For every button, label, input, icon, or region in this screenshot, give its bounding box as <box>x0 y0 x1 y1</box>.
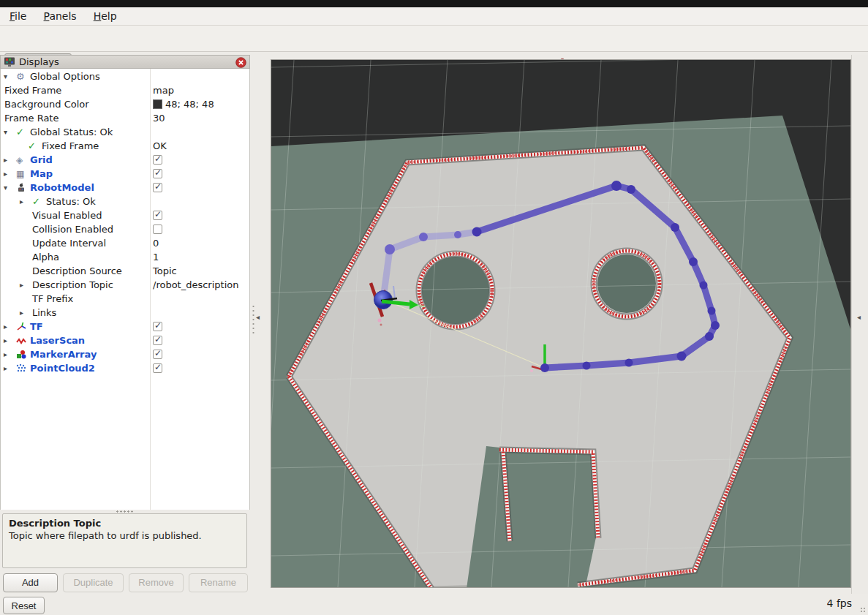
expander-open-icon[interactable]: ▾ <box>4 128 16 136</box>
tree-row-grid[interactable]: ▸ ◈ Grid <box>0 153 249 167</box>
update-interval-value[interactable]: 0 <box>153 238 159 249</box>
status-fixed-frame-value: OK <box>153 140 167 151</box>
laserscan-enabled-checkbox[interactable] <box>153 336 162 345</box>
markerarray-enabled-checkbox[interactable] <box>153 350 162 359</box>
color-swatch <box>153 99 162 109</box>
tree-row-global-options[interactable]: ▾ ⚙ Global Options <box>0 69 249 83</box>
expander-open-icon[interactable]: ▾ <box>4 72 16 80</box>
robot-icon <box>16 183 30 193</box>
status-ok-icon: ✓ <box>28 140 42 151</box>
tree-row-pointcloud2[interactable]: ▸ PointCloud2 <box>0 361 249 375</box>
tree-row-robot-status[interactable]: ▸ ✓ Status: Ok <box>0 195 249 208</box>
tree-row-description-topic[interactable]: ▸ Description Topic /robot_description <box>0 278 249 292</box>
grid-icon: ◈ <box>16 155 30 165</box>
help-title: Description Topic <box>9 518 241 529</box>
rename-button[interactable]: Rename <box>189 573 248 592</box>
right-splitter[interactable] <box>851 55 868 594</box>
laserscan-icon <box>16 336 30 345</box>
map-hole-right <box>597 254 656 313</box>
tree-row-frame-rate[interactable]: Frame Rate 30 <box>0 111 249 125</box>
resize-grip[interactable] <box>860 607 866 613</box>
tree-row-robotmodel[interactable]: ▾ RobotModel <box>0 181 249 195</box>
tree-row-map[interactable]: ▸ ▦ Map <box>0 167 249 181</box>
tree-row-tf-prefix[interactable]: TF Prefix <box>0 292 249 306</box>
tree-row-status-fixed-frame[interactable]: ✓ Fixed Frame OK <box>0 139 249 153</box>
collision-enabled-checkbox[interactable] <box>153 225 162 234</box>
window-title-strip <box>0 0 868 7</box>
expander-open-icon[interactable]: ▾ <box>4 184 16 192</box>
menu-file[interactable]: File <box>3 9 33 23</box>
remove-button[interactable]: Remove <box>129 573 184 592</box>
tree-row-visual-enabled[interactable]: Visual Enabled <box>0 208 249 222</box>
tf-enabled-checkbox[interactable] <box>153 322 162 331</box>
expander-closed-icon[interactable]: ▸ <box>4 336 16 344</box>
add-button[interactable]: Add <box>3 573 58 592</box>
tree-row-fixed-frame[interactable]: Fixed Frame map <box>0 83 249 97</box>
expander-closed-icon[interactable]: ▸ <box>20 281 32 289</box>
description-source-value[interactable]: Topic <box>153 265 177 276</box>
tree-row-tf[interactable]: ▸ TF <box>0 320 249 333</box>
rviz-window: { "menu": { "items": [ {"label":"File"},… <box>0 0 868 615</box>
3d-viewport[interactable] <box>271 60 850 587</box>
displays-panel-title: Displays <box>19 56 59 67</box>
tree-row-global-status[interactable]: ▾ ✓ Global Status: Ok <box>0 125 249 139</box>
menubar: File Panels Help <box>0 7 868 26</box>
tree-row-collision-enabled[interactable]: Collision Enabled <box>0 222 249 236</box>
tree-row-description-source[interactable]: Description Source Topic <box>0 264 249 278</box>
fps-counter: 4 fps <box>801 597 852 609</box>
fixed-frame-value[interactable]: map <box>153 85 174 96</box>
help-text: Topic where filepath to urdf is publishe… <box>9 530 241 541</box>
pointcloud-icon <box>16 363 30 373</box>
tree-row-background-color[interactable]: Background Color 48; 48; 48 <box>0 97 249 111</box>
background-color-value[interactable]: 48; 48; 48 <box>153 99 214 110</box>
property-help-box: Description Topic Topic where filepath t… <box>2 513 247 568</box>
panel-splitter-handle[interactable] <box>116 510 135 513</box>
tree-row-links[interactable]: ▸ Links <box>0 306 249 320</box>
markerarray-icon <box>16 350 30 360</box>
frame-rate-value[interactable]: 30 <box>153 113 165 124</box>
gear-icon: ⚙ <box>16 71 30 82</box>
expander-closed-icon[interactable]: ▸ <box>4 322 16 331</box>
tree-row-laserscan[interactable]: ▸ LaserScan <box>0 333 249 347</box>
expander-closed-icon[interactable]: ▸ <box>4 156 16 164</box>
menu-help[interactable]: Help <box>87 9 124 23</box>
grid-enabled-checkbox[interactable] <box>153 155 162 165</box>
reset-button[interactable]: Reset <box>3 597 45 614</box>
map-icon: ▦ <box>16 169 30 179</box>
alpha-value[interactable]: 1 <box>153 252 159 263</box>
pointcloud2-enabled-checkbox[interactable] <box>153 363 162 373</box>
robotmodel-enabled-checkbox[interactable] <box>153 183 162 192</box>
expander-closed-icon[interactable]: ▸ <box>20 309 32 317</box>
tf-icon <box>16 322 30 331</box>
visual-enabled-checkbox[interactable] <box>153 211 162 220</box>
tree-row-update-interval[interactable]: Update Interval 0 <box>0 236 249 250</box>
expander-closed-icon[interactable]: ▸ <box>4 350 16 358</box>
duplicate-button[interactable]: Duplicate <box>63 573 124 592</box>
status-ok-icon: ✓ <box>32 196 46 207</box>
laser-shadow-area <box>467 446 596 587</box>
expander-closed-icon[interactable]: ▸ <box>4 170 16 178</box>
expander-closed-icon[interactable]: ▸ <box>20 197 32 205</box>
collapse-left-icon[interactable]: ◂ <box>256 313 260 321</box>
map-enabled-checkbox[interactable] <box>153 169 162 178</box>
expander-closed-icon[interactable]: ▸ <box>4 364 16 372</box>
displays-icon <box>4 56 15 68</box>
menu-panels[interactable]: Panels <box>37 9 83 23</box>
toolbar: ☝ Interact Move Camera Select Focus Came… <box>0 26 868 52</box>
tree-row-markerarray[interactable]: ▸ MarkerArray <box>0 347 249 361</box>
displays-panel-header[interactable]: Displays <box>0 55 250 69</box>
tree-row-alpha[interactable]: Alpha 1 <box>0 250 249 264</box>
description-topic-value[interactable]: /robot_description <box>153 279 238 290</box>
status-ok-icon: ✓ <box>16 127 30 137</box>
collapse-right-icon[interactable]: ◂ <box>857 313 861 321</box>
status-bar: Reset <box>0 594 868 615</box>
left-splitter-dots <box>252 304 254 336</box>
